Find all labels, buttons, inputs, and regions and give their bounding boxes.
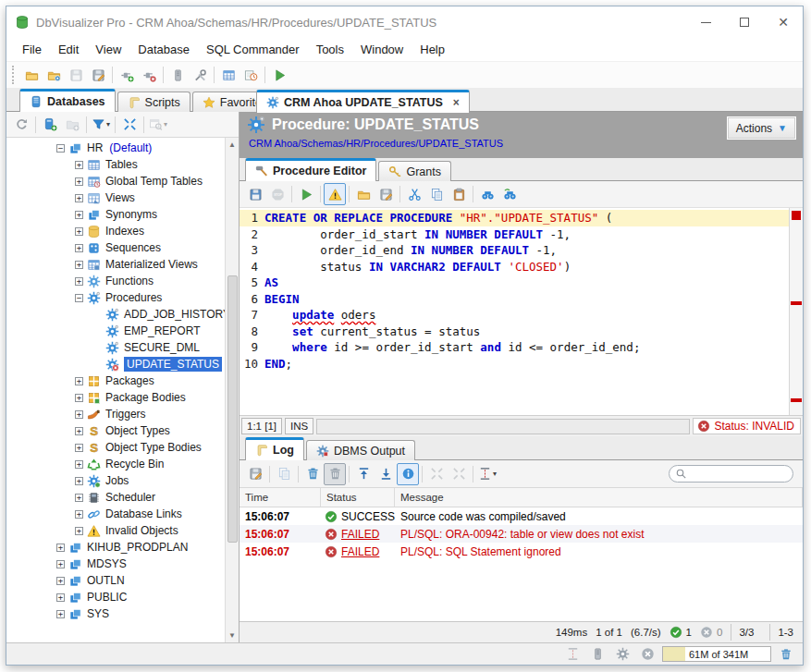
code-line-4[interactable]: 4 status IN VARCHAR2 DEFAULT 'CLOSED'): [240, 259, 789, 275]
expand-node-icon[interactable]: +: [75, 377, 83, 385]
code-line-5[interactable]: 5AS: [240, 275, 789, 291]
layout-indicator-button[interactable]: [561, 643, 584, 666]
log-row[interactable]: 15:06:07FAILEDPL/SQL: SQL Statement igno…: [240, 543, 803, 560]
log-search-box[interactable]: [669, 465, 793, 483]
tree-item-sys[interactable]: +SYS: [6, 605, 225, 622]
sql-editor[interactable]: 1CREATE OR REPLACE PROCEDURE "HR"."UPDAT…: [240, 208, 803, 415]
memory-gauge[interactable]: 61M of 341M: [662, 646, 771, 662]
tree-item-global-temp-tables[interactable]: +Global Temp Tables: [6, 173, 225, 189]
tree-item-invalid-objects[interactable]: +Invalid Objects: [6, 522, 225, 539]
tree-item-package-bodies[interactable]: +Package Bodies: [6, 389, 225, 406]
tree-item-functions[interactable]: +Functions: [6, 273, 225, 289]
tree-item-scheduler[interactable]: +Scheduler: [6, 489, 225, 506]
tree-item-public[interactable]: +PUBLIC: [6, 589, 225, 605]
expand-node-icon[interactable]: +: [56, 560, 65, 568]
tree-item-views[interactable]: +Views: [6, 189, 225, 206]
expand-node-icon[interactable]: +: [56, 610, 65, 618]
code-line-9[interactable]: 9 where id >= order_id_start and id <= o…: [240, 339, 789, 356]
menu-item-window[interactable]: Window: [352, 40, 412, 59]
tree-item-outln[interactable]: +OUTLN: [6, 572, 225, 589]
error-marker-icon[interactable]: [792, 211, 801, 220]
expand-rows-button[interactable]: [425, 463, 448, 485]
tree-item-jobs[interactable]: +Jobs: [6, 472, 225, 489]
tree-item-procedures[interactable]: −Procedures: [6, 289, 225, 306]
expand-node-icon[interactable]: +: [75, 161, 83, 169]
menu-item-edit[interactable]: Edit: [50, 40, 87, 59]
tree-item-tables[interactable]: +Tables: [6, 156, 225, 173]
tab-log[interactable]: Log: [245, 437, 304, 460]
expand-node-icon[interactable]: +: [75, 194, 83, 202]
copy-log-button[interactable]: [273, 463, 295, 485]
scroll-thumb[interactable]: [227, 275, 238, 543]
menu-item-database[interactable]: Database: [129, 40, 198, 59]
expand-node-icon[interactable]: +: [75, 460, 83, 469]
find-button[interactable]: [476, 183, 498, 205]
expand-node-icon[interactable]: +: [75, 261, 83, 269]
menu-item-file[interactable]: File: [14, 40, 50, 59]
collapse-node-icon[interactable]: −: [75, 294, 83, 302]
refresh-button[interactable]: [10, 114, 32, 136]
collapse-rows-button[interactable]: [448, 463, 470, 485]
code-line-2[interactable]: 2 order_id_start IN NUMBER DEFAULT -1,: [240, 226, 789, 243]
collapse-all-button[interactable]: [118, 114, 141, 136]
code-line-6[interactable]: 6BEGIN: [240, 291, 789, 308]
expand-node-icon[interactable]: +: [75, 227, 83, 236]
tree-item-sequences[interactable]: +Sequences: [6, 239, 225, 256]
scroll-to-top-button[interactable]: [352, 463, 375, 485]
scroll-to-bottom-button[interactable]: [375, 463, 397, 485]
add-folder-button[interactable]: [61, 114, 83, 136]
tab-crm-ahoa-update-status[interactable]: CRM Ahoa UPDATE_STATUS×: [256, 90, 470, 113]
log-column-header-status[interactable]: Status: [321, 488, 395, 507]
save-button[interactable]: [65, 64, 87, 86]
log-row[interactable]: 15:06:07SUCCESSSource code was compiled/…: [240, 507, 803, 525]
tree-item-synonyms[interactable]: +Synonyms: [6, 206, 225, 223]
expand-node-icon[interactable]: +: [75, 477, 83, 485]
disconnect-button[interactable]: [138, 64, 160, 86]
load-from-file-button[interactable]: [352, 183, 375, 205]
add-connection-button[interactable]: [39, 114, 61, 136]
export-log-button[interactable]: [244, 463, 266, 485]
open-recent-button[interactable]: [43, 64, 65, 86]
tree-item-object-type-bodies[interactable]: +SObject Type Bodies: [6, 439, 225, 456]
search-input[interactable]: [691, 469, 783, 480]
show-details-button[interactable]: [397, 463, 419, 485]
code-line-10[interactable]: 10END;: [240, 356, 789, 373]
code-line-7[interactable]: 7 update oders: [240, 307, 789, 324]
tab-procedure-editor[interactable]: Procedure Editor: [245, 158, 376, 181]
connections-indicator-button[interactable]: [586, 643, 608, 666]
scheduler-view-button[interactable]: [240, 64, 262, 86]
chevron-down-icon[interactable]: ▾: [493, 470, 497, 478]
tab-scripts[interactable]: Scripts: [117, 92, 190, 112]
tab-grants[interactable]: Grants: [378, 161, 451, 181]
tasks-indicator-button[interactable]: [611, 643, 633, 666]
find-replace-button[interactable]: [498, 183, 521, 205]
paste-button[interactable]: [448, 183, 470, 205]
error-overview-ruler[interactable]: [789, 208, 803, 415]
expand-node-icon[interactable]: +: [56, 577, 65, 585]
scroll-down-icon[interactable]: ▼: [226, 629, 240, 642]
expand-node-icon[interactable]: +: [75, 527, 83, 535]
menu-item-sql-commander[interactable]: SQL Commander: [198, 40, 308, 59]
open-button[interactable]: [20, 64, 43, 86]
error-marker-icon[interactable]: [791, 398, 802, 402]
run-gc-button[interactable]: [775, 643, 797, 666]
save-as-button[interactable]: [87, 64, 109, 86]
execute-procedure-button[interactable]: [295, 183, 317, 205]
chevron-down-icon[interactable]: ▾: [106, 120, 110, 128]
maximize-button[interactable]: [725, 6, 764, 38]
tree-scrollbar[interactable]: ▲ ▼: [225, 138, 239, 642]
menu-item-view[interactable]: View: [87, 40, 129, 59]
tree-item-update-status[interactable]: UPDATE_STATUS: [6, 356, 225, 373]
expand-node-icon[interactable]: +: [75, 494, 83, 502]
tree-item-object-types[interactable]: +SObject Types: [6, 422, 225, 439]
grid-view-button[interactable]: [217, 64, 240, 86]
expand-node-icon[interactable]: +: [75, 410, 83, 419]
auto-clear-button[interactable]: [324, 463, 346, 485]
expand-node-icon[interactable]: +: [75, 244, 83, 252]
cut-button[interactable]: [403, 183, 425, 205]
tab-databases[interactable]: Databases: [19, 89, 116, 112]
code-line-8[interactable]: 8 set current_status = status: [240, 324, 789, 340]
tree-item-database-links[interactable]: +Database Links: [6, 506, 225, 522]
log-row[interactable]: 15:06:07FAILEDPL/SQL: ORA-00942: table o…: [240, 525, 803, 543]
row-height-button[interactable]: ▾: [476, 463, 498, 485]
